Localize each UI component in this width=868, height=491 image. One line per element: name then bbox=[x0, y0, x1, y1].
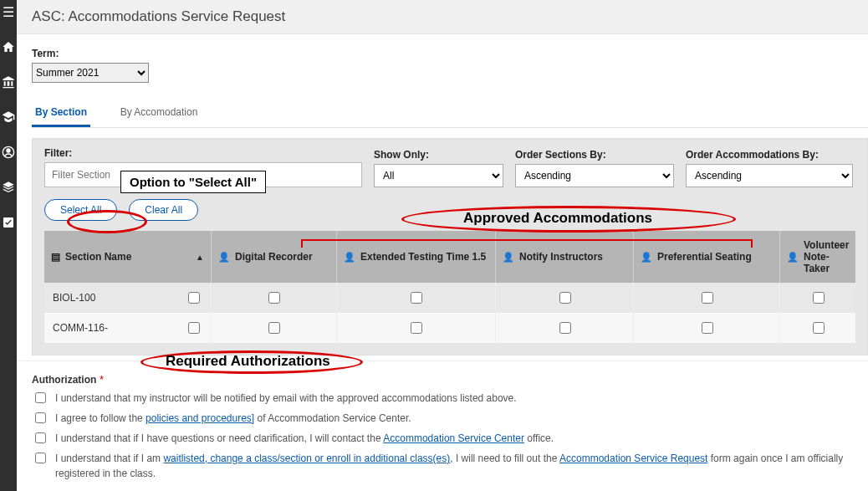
show-only-label: Show Only: bbox=[374, 149, 503, 161]
waitlist-link[interactable]: waitlisted, change a class/section or en… bbox=[163, 453, 450, 464]
clear-all-button[interactable]: Clear All bbox=[129, 199, 198, 221]
table-row: COMM-116- bbox=[44, 313, 855, 343]
sidebar: ☰ bbox=[0, 0, 17, 491]
table-row: BIOL-100 bbox=[44, 283, 855, 313]
check-icon[interactable] bbox=[0, 214, 17, 231]
order-sections-select[interactable]: Ascending bbox=[515, 164, 674, 187]
person-icon: 👤 bbox=[787, 252, 799, 263]
show-only-select[interactable]: All bbox=[374, 164, 503, 187]
service-request-link[interactable]: Accommodation Service Request bbox=[559, 453, 707, 464]
policies-link[interactable]: policies and procedures] bbox=[146, 412, 254, 424]
filter-label: Filter: bbox=[44, 147, 362, 159]
cell-checkbox[interactable] bbox=[559, 292, 571, 304]
cell-checkbox[interactable] bbox=[702, 292, 713, 304]
col-digital-recorder: 👤Digital Recorder bbox=[212, 231, 337, 283]
cell-checkbox[interactable] bbox=[411, 292, 422, 304]
home-icon[interactable] bbox=[0, 38, 17, 55]
tab-by-section[interactable]: By Section bbox=[32, 100, 90, 127]
layers-icon[interactable] bbox=[0, 179, 17, 196]
auth-item: I understand that my instructor will be … bbox=[32, 391, 868, 406]
auth-checkbox[interactable] bbox=[35, 412, 46, 423]
institution-icon[interactable] bbox=[0, 74, 17, 90]
tabs: By Section By Accomodation bbox=[32, 100, 868, 128]
auth-checkbox[interactable] bbox=[35, 432, 46, 443]
person-icon: 👤 bbox=[641, 252, 652, 263]
svg-point-1 bbox=[7, 149, 10, 152]
row-select-checkbox[interactable] bbox=[188, 292, 200, 304]
required-star-icon: * bbox=[100, 373, 104, 386]
auth-checkbox[interactable] bbox=[35, 392, 46, 403]
auth-checkbox[interactable] bbox=[35, 453, 46, 463]
person-icon: 👤 bbox=[218, 252, 230, 263]
user-circle-icon[interactable] bbox=[0, 144, 17, 161]
authorization-section: Authorization * I understand that my ins… bbox=[17, 361, 868, 491]
page-title: ASC: Accommodations Service Request bbox=[17, 0, 868, 34]
cell-checkbox[interactable] bbox=[702, 322, 713, 334]
section-name: BIOL-100 bbox=[53, 292, 185, 304]
section-name: COMM-116- bbox=[53, 322, 185, 334]
table-header: ▤ Section Name ▲ 👤Digital Recorder 👤Exte… bbox=[44, 231, 855, 283]
menu-icon[interactable]: ☰ bbox=[0, 3, 17, 20]
col-preferential-seating: 👤Preferential Seating bbox=[634, 231, 780, 283]
person-icon: 👤 bbox=[503, 252, 514, 263]
cell-checkbox[interactable] bbox=[411, 322, 422, 334]
order-sections-label: Order Sections By: bbox=[515, 149, 674, 161]
auth-item: I understand that if I am waitlisted, ch… bbox=[32, 451, 868, 481]
order-accom-label: Order Accommodations By: bbox=[686, 149, 853, 161]
main-content: ASC: Accommodations Service Request Term… bbox=[17, 0, 868, 491]
row-select-checkbox[interactable] bbox=[188, 322, 200, 334]
cell-checkbox[interactable] bbox=[268, 322, 280, 334]
select-all-button[interactable]: Select All bbox=[44, 199, 117, 221]
filter-panel: Filter: Show Only: All Order Sections By… bbox=[32, 138, 868, 355]
list-icon: ▤ bbox=[51, 251, 60, 263]
col-notify-instructors: 👤Notify Instructors bbox=[496, 231, 634, 283]
filter-input[interactable] bbox=[44, 162, 362, 187]
sort-arrow-icon: ▲ bbox=[196, 253, 204, 262]
cell-checkbox[interactable] bbox=[813, 322, 825, 334]
auth-item: I agree to follow the policies and proce… bbox=[32, 411, 868, 426]
asc-link[interactable]: Accommodation Service Center bbox=[383, 432, 524, 444]
cell-checkbox[interactable] bbox=[813, 292, 825, 304]
order-accom-select[interactable]: Ascending bbox=[686, 164, 853, 187]
graduation-icon[interactable] bbox=[0, 109, 17, 125]
term-label: Term: bbox=[32, 48, 868, 59]
col-section-name[interactable]: ▤ Section Name ▲ bbox=[44, 231, 212, 283]
tab-by-accommodation[interactable]: By Accomodation bbox=[117, 100, 202, 125]
auth-item: I understand that if I have questions or… bbox=[32, 431, 868, 446]
cell-checkbox[interactable] bbox=[559, 322, 571, 334]
authorization-title: Authorization bbox=[32, 374, 96, 386]
person-icon: 👤 bbox=[344, 252, 355, 263]
cell-checkbox[interactable] bbox=[268, 292, 280, 304]
term-select[interactable]: Summer 2021 bbox=[32, 63, 149, 83]
col-extended-testing: 👤Extended Testing Time 1.5 bbox=[337, 231, 496, 283]
col-volunteer-notetaker: 👤Volunteer Note-Taker bbox=[780, 231, 855, 283]
